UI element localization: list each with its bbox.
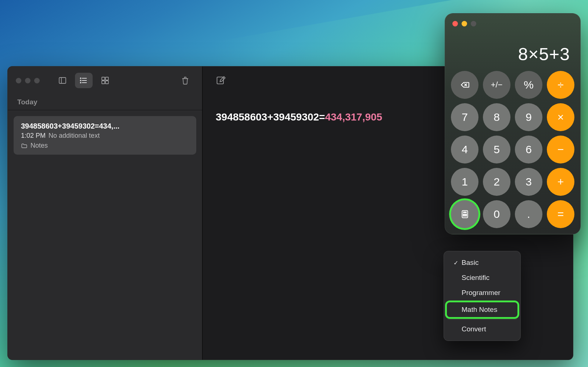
multiply-key[interactable]: × [547,103,574,131]
note-list-item[interactable]: 394858603+39459302=434,... 1:02 PMNo add… [14,116,196,155]
svg-point-32 [466,214,466,215]
note-subtitle: 1:02 PMNo additional text [21,132,189,140]
menu-item-scientific[interactable]: Scientific [447,270,517,285]
notes-sidebar-toolbar [8,66,202,94]
svg-point-30 [463,214,464,215]
calculator-mode-menu: ✓ Basic Scientific Programmer Math Notes… [444,251,521,341]
minimize-icon[interactable] [25,78,31,83]
notes-section-header: Today [8,94,202,110]
key-5[interactable]: 5 [483,136,510,163]
key-1[interactable]: 1 [451,168,478,196]
svg-rect-10 [102,81,105,84]
svg-rect-0 [59,78,66,83]
desktop-wallpaper: Today 394858603+39459302=434,... 1:02 PM… [0,0,588,367]
key-6[interactable]: 6 [515,136,542,163]
menu-label: Math Notes [462,306,497,314]
key-3[interactable]: 3 [515,168,542,196]
check-icon: ✓ [453,259,462,266]
calculator-icon [460,209,470,219]
note-time: 1:02 PM [21,132,46,139]
menu-item-math-notes[interactable]: Math Notes [447,302,517,317]
key-2[interactable]: 2 [483,168,510,196]
note-folder-label: Notes [21,142,189,150]
key-9[interactable]: 9 [515,103,542,131]
close-icon[interactable] [452,21,458,26]
minimize-icon[interactable] [462,21,467,26]
equation-result: 434,317,905 [325,111,382,123]
new-note-button[interactable] [216,75,226,86]
menu-label: Basic [462,259,478,267]
window-controls [16,78,40,83]
svg-point-35 [466,215,466,216]
equals-key[interactable]: = [547,200,574,228]
svg-point-31 [464,214,465,215]
key-7[interactable]: 7 [451,103,478,131]
backspace-key[interactable] [451,71,478,99]
delete-note-button[interactable] [176,73,194,88]
svg-rect-8 [102,77,105,80]
sign-key[interactable]: +/− [483,71,510,99]
menu-label: Convert [462,325,486,333]
svg-rect-29 [463,212,467,213]
list-view-button[interactable] [75,73,93,88]
calculator-mode-button[interactable] [451,200,478,228]
equation-expression: 394858603+39459302= [216,111,325,123]
menu-label: Scientific [462,274,490,282]
add-key[interactable]: + [547,168,574,196]
key-8[interactable]: 8 [483,103,510,131]
divide-key[interactable]: ÷ [547,71,574,99]
subtract-key[interactable]: − [547,136,574,163]
svg-rect-11 [105,81,108,84]
note-title: 394858603+39459302=434,... [21,122,189,130]
calculator-display: 8×5+3 [451,26,574,71]
gallery-view-button[interactable] [96,73,114,88]
svg-point-6 [80,80,81,81]
menu-label: Programmer [462,289,501,297]
note-folder-name: Notes [31,142,48,150]
folder-icon [21,143,28,149]
key-0[interactable]: 0 [483,200,510,228]
key-4[interactable]: 4 [451,136,478,163]
menu-separator [448,319,517,320]
note-summary: No additional text [49,132,100,139]
calculator-keypad: +/− % ÷ 7 8 9 × 4 5 6 − 1 2 3 + 0 . = [451,71,574,228]
sidebar-toggle-button[interactable] [54,73,71,88]
menu-item-convert[interactable]: Convert [447,322,517,337]
notes-list: 394858603+39459302=434,... 1:02 PMNo add… [8,110,202,161]
svg-point-33 [463,215,464,216]
svg-point-34 [464,215,465,216]
svg-point-7 [80,82,81,83]
svg-rect-9 [105,77,108,80]
maximize-icon[interactable] [34,78,40,83]
maximize-icon[interactable] [471,21,476,26]
menu-item-basic[interactable]: ✓ Basic [447,255,517,270]
calculator-app-window: 8×5+3 +/− % ÷ 7 8 9 × 4 5 6 − 1 2 3 + 0 … [445,13,581,234]
menu-item-programmer[interactable]: Programmer [447,285,517,300]
notes-sidebar: Today 394858603+39459302=434,... 1:02 PM… [8,66,202,360]
percent-key[interactable]: % [515,71,542,99]
decimal-key[interactable]: . [515,200,542,228]
window-controls [452,21,573,26]
close-icon[interactable] [16,78,21,83]
svg-point-5 [80,78,81,79]
